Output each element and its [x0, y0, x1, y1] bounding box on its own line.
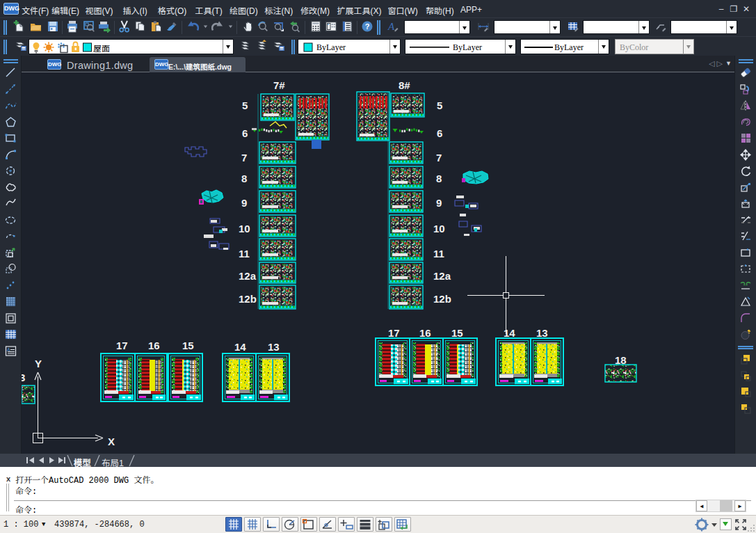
svg-text:8#: 8# [399, 79, 410, 91]
svg-text:14: 14 [234, 341, 246, 353]
svg-text:15: 15 [182, 340, 194, 351]
svg-text:12a: 12a [433, 270, 451, 282]
svg-text:8: 8 [241, 173, 247, 184]
svg-text:15: 15 [451, 327, 463, 339]
svg-text:7: 7 [436, 152, 442, 164]
svg-text:11: 11 [239, 248, 250, 260]
svg-text:A: A [7, 347, 10, 352]
svg-text:8: 8 [436, 173, 442, 184]
svg-text:X: X [108, 436, 115, 447]
svg-text:17: 17 [388, 327, 400, 339]
svg-text:5: 5 [242, 100, 248, 111]
svg-text:10: 10 [433, 223, 445, 234]
svg-text:12b: 12b [239, 293, 257, 305]
svg-text:6: 6 [242, 127, 248, 139]
svg-text:6: 6 [437, 127, 442, 139]
svg-text:18: 18 [615, 354, 627, 366]
svg-text:10: 10 [239, 223, 250, 234]
svg-text:13: 13 [536, 327, 548, 339]
svg-text:13: 13 [268, 341, 280, 353]
svg-text:7: 7 [241, 152, 247, 164]
svg-text:12b: 12b [433, 293, 451, 305]
svg-text:16: 16 [148, 340, 160, 351]
svg-text:Y: Y [35, 358, 42, 369]
svg-text:5: 5 [437, 100, 442, 111]
svg-text:A: A [387, 21, 395, 32]
svg-text:9: 9 [241, 197, 247, 209]
svg-text:11: 11 [433, 248, 444, 260]
svg-text:7#: 7# [273, 79, 285, 91]
svg-text:?: ? [365, 22, 370, 31]
svg-text:16: 16 [419, 327, 431, 339]
svg-text:9: 9 [436, 197, 442, 209]
svg-text:17: 17 [116, 340, 128, 351]
svg-text:12a: 12a [239, 270, 257, 282]
svg-text:3: 3 [22, 372, 25, 383]
svg-text:14: 14 [504, 327, 515, 339]
